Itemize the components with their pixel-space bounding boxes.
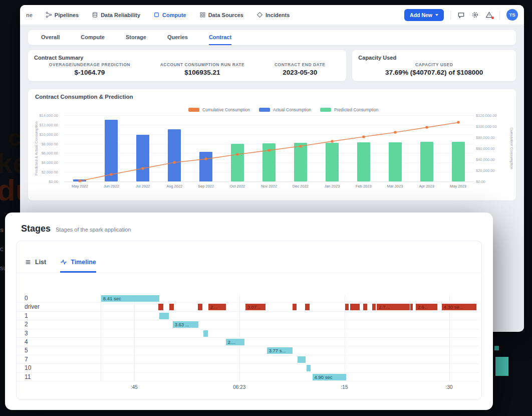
gantt-time-axis: :4506:23:15:30: [101, 384, 477, 391]
nav-item-data-sources[interactable]: Data Sources: [199, 12, 243, 18]
stages-tab-label: List: [35, 259, 46, 266]
gantt-row: 114.90 sec: [17, 373, 478, 381]
left-axis-ticks: $14,000.00$12,000.00$10,000.00$8,000.00$…: [28, 115, 60, 181]
stage-bar[interactable]: 2....: [226, 339, 245, 345]
time-tick-label: :15: [341, 384, 348, 390]
stages-gantt: 08.41 secdriver2...3.07...2.7...2.6...4.…: [17, 294, 478, 381]
left-axis-tick: $4,000.00: [42, 160, 58, 165]
line-marker: [394, 131, 396, 134]
task-bar[interactable]: [158, 304, 163, 310]
gantt-row-track: 3.63 ...: [101, 320, 477, 328]
stat: ACCOUNT CONSUMPTION RUN RATE$106935.21: [160, 62, 245, 76]
stage-bar[interactable]: 4.90 sec: [313, 374, 346, 380]
stages-title: Stages: [21, 224, 51, 234]
stage-bar[interactable]: 3.77 s...: [267, 347, 293, 354]
stage-bar[interactable]: [307, 365, 311, 371]
stage-bar[interactable]: [203, 330, 208, 337]
avatar[interactable]: TS: [506, 9, 518, 21]
task-bar[interactable]: 3.07...: [245, 304, 266, 310]
gantt-row: 7: [17, 355, 478, 364]
capacity-used-title: Capacity Used: [358, 55, 510, 61]
top-navbar: ne PipelinesData ReliabilityComputeData …: [20, 5, 524, 25]
alert-icon[interactable]: [485, 11, 493, 19]
legend-label: Actual Consumption: [273, 107, 311, 112]
tab-compute[interactable]: Compute: [81, 30, 105, 45]
task-bar[interactable]: [350, 304, 360, 310]
task-bar[interactable]: [363, 304, 367, 310]
stat-value: 37.69% ($40707.62) of $108000: [385, 69, 483, 76]
add-new-button[interactable]: Add New: [404, 9, 444, 21]
navbar-right: Add New TS: [404, 9, 518, 21]
gantt-row-label: 1: [25, 312, 28, 319]
stat-value: $106935.21: [160, 69, 245, 76]
line-marker: [425, 126, 428, 129]
left-axis-tick: $0.00: [49, 179, 58, 184]
tab-overall[interactable]: Overall: [41, 30, 60, 45]
consumption-plot: [64, 115, 474, 181]
gantt-row-track: 2....: [101, 338, 477, 346]
gantt-row-label: 10: [25, 364, 31, 371]
line-marker: [110, 173, 113, 176]
x-axis-label: Oct 2022: [230, 184, 245, 188]
nav-item-data-reliability[interactable]: Data Reliability: [92, 12, 140, 18]
stage-bar[interactable]: [298, 356, 306, 363]
nav-item-label: Compute: [162, 12, 186, 18]
line-marker: [236, 153, 239, 156]
x-axis-label: Jul 2022: [136, 184, 150, 188]
stage-bar[interactable]: [159, 313, 169, 319]
x-axis-label: May 2022: [72, 184, 88, 188]
tab-contract[interactable]: Contract: [209, 30, 231, 45]
task-bar[interactable]: [372, 304, 376, 310]
left-axis-tick: $10,000.00: [39, 132, 58, 136]
legend-label: Predicted Consumption: [334, 107, 378, 112]
right-axis-ticks: $120,000.00$100,000.00$80,000.00$60,000.…: [476, 115, 506, 181]
task-bar[interactable]: [198, 304, 202, 310]
right-axis-tick: $20,000.00: [476, 168, 495, 173]
nav-item-incidents[interactable]: Incidents: [256, 12, 290, 18]
gantt-row-track: 8.41 sec: [101, 294, 477, 302]
add-new-label: Add New: [410, 12, 432, 18]
chat-icon[interactable]: [457, 11, 465, 19]
task-bar[interactable]: [305, 304, 310, 310]
right-axis-tick: $100,000.00: [476, 124, 497, 129]
legend-item-actual-consumption: Actual Consumption: [259, 107, 311, 112]
task-bar[interactable]: 2.6...: [416, 304, 437, 310]
x-axis-label: Jan 2023: [324, 184, 340, 188]
gantt-row: driver2...3.07...2.7...2.6...4.30 se...: [17, 303, 478, 311]
line-marker: [268, 149, 271, 151]
gantt-row-track: [101, 355, 477, 363]
nav-items: PipelinesData ReliabilityComputeData Sou…: [46, 12, 404, 18]
tab-storage[interactable]: Storage: [126, 30, 146, 45]
stages-tab-label: Timeline: [71, 259, 96, 266]
gantt-row-track: 3.77 s...: [101, 346, 477, 354]
task-bar[interactable]: [345, 304, 349, 310]
task-bar[interactable]: [293, 304, 297, 310]
tab-queries[interactable]: Queries: [167, 30, 188, 45]
stages-modal: Stages Stages of the spark application L…: [5, 213, 493, 410]
gridline: [64, 181, 474, 182]
stage-bar[interactable]: 3.63 ...: [173, 321, 198, 328]
nav-item-label: Incidents: [265, 12, 290, 18]
gantt-row: 23.63 ...: [17, 320, 478, 329]
stages-tab-list[interactable]: List: [25, 259, 46, 273]
line-marker: [299, 145, 302, 147]
time-tick-label: 06:23: [233, 384, 245, 390]
stat: CONTRACT END DATE2023-05-30: [275, 62, 326, 76]
task-bar[interactable]: [169, 304, 174, 310]
alert-badge-dot: [491, 17, 494, 19]
gantt-row-label: driver: [25, 303, 40, 310]
task-bar[interactable]: [410, 304, 413, 310]
task-bar[interactable]: 4.30 se...: [442, 304, 476, 310]
task-bar[interactable]: 2.7...: [377, 304, 409, 310]
nav-item-compute[interactable]: Compute: [153, 12, 186, 18]
gear-icon[interactable]: [471, 11, 479, 19]
x-axis-label: Aug 2022: [166, 184, 182, 188]
gantt-row: 53.77 s...: [17, 346, 478, 355]
task-bar[interactable]: 2...: [208, 304, 226, 310]
stage-bar[interactable]: 8.41 sec: [101, 295, 159, 302]
nav-item-pipelines[interactable]: Pipelines: [46, 12, 79, 18]
x-axis-label: May 2023: [450, 184, 466, 188]
legend-swatch: [259, 108, 270, 112]
stages-tabs: ListTimeline: [17, 241, 481, 273]
stages-tab-timeline[interactable]: Timeline: [60, 259, 96, 273]
